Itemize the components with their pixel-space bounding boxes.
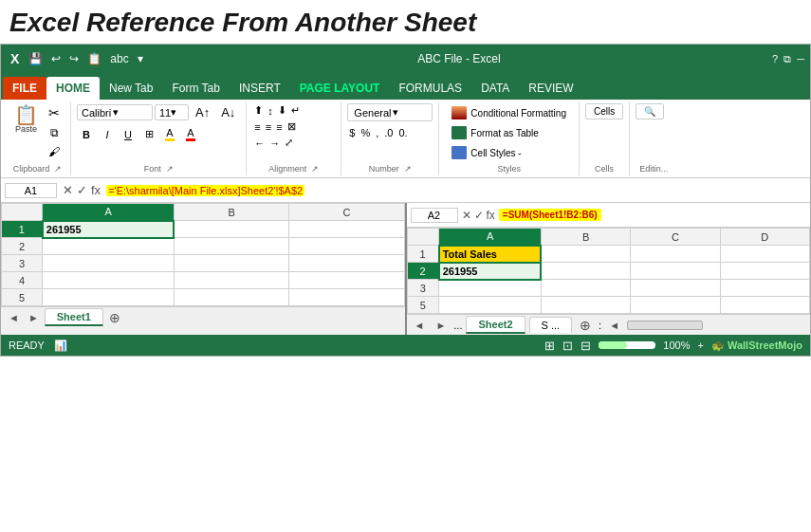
format-as-table-button[interactable]: Format as Table <box>445 123 545 142</box>
copy-button[interactable]: ⧉ <box>44 124 65 141</box>
left-col-c-header[interactable]: C <box>289 204 404 221</box>
left-col-b-header[interactable]: B <box>174 204 288 221</box>
formula-content[interactable]: ='E:\sharmila\[Main File.xlsx]Sheet2'!$A… <box>106 185 304 196</box>
sheet-s-tab[interactable]: S ... <box>529 317 573 333</box>
left-cell-a5[interactable] <box>43 289 175 306</box>
cancel-formula-button[interactable]: ✕ <box>63 183 73 197</box>
right-cell-a3[interactable] <box>439 280 542 297</box>
comma-button[interactable]: , <box>374 126 380 139</box>
left-cell-c3[interactable] <box>289 255 404 272</box>
tab-file[interactable]: FILE <box>3 77 46 100</box>
left-cell-a1[interactable]: 261955 <box>43 221 175 238</box>
quick-access[interactable]: X 💾 ↩ ↪ 📋 abc ▾ <box>7 50 146 67</box>
right-horizontal-scrollbar[interactable] <box>627 321 703 330</box>
tab-home[interactable]: HOME <box>46 77 100 100</box>
right-cell-d2[interactable] <box>720 263 809 280</box>
right-cell-a5[interactable] <box>439 297 542 314</box>
font-size-dropdown[interactable]: 11 ▾ <box>155 104 189 120</box>
left-cell-b3[interactable] <box>174 255 288 272</box>
indent-increase-button[interactable]: → <box>267 137 282 150</box>
right-cell-c3[interactable] <box>631 280 720 297</box>
window-controls[interactable]: ? ⧉ ─ <box>772 53 804 65</box>
undo-button[interactable]: ↩ <box>48 50 64 67</box>
left-cell-a4[interactable] <box>43 272 175 289</box>
align-right-button[interactable]: ≡ <box>274 120 284 134</box>
tab-data[interactable]: DATA <box>471 77 519 100</box>
tab-form[interactable]: Form Tab <box>162 77 229 100</box>
right-col-a-header[interactable]: A <box>439 229 542 246</box>
right-insert-function-button[interactable]: fx <box>487 209 495 222</box>
number-format-dropdown[interactable]: General ▾ <box>347 103 433 121</box>
font-family-dropdown[interactable]: Calibri ▾ <box>77 104 153 120</box>
increase-decimal-button[interactable]: .0 <box>382 126 395 139</box>
zoom-in-button[interactable]: + <box>697 339 703 351</box>
right-cell-b5[interactable] <box>541 297 630 314</box>
orientation-button[interactable]: ⤢ <box>283 136 295 150</box>
decrease-decimal-button[interactable]: 0. <box>397 126 410 139</box>
view-normal-button[interactable]: ⊞ <box>544 339 555 353</box>
tab-insert[interactable]: INSERT <box>230 77 290 100</box>
right-cell-c2[interactable] <box>631 263 720 280</box>
format-painter-button[interactable]: 🖌 <box>44 143 65 160</box>
left-cell-b2[interactable] <box>174 238 288 255</box>
font-color-button[interactable]: A <box>181 125 200 143</box>
right-sheet-nav-left[interactable]: ◄ <box>411 318 429 333</box>
merge-button[interactable]: ⊠ <box>286 119 298 134</box>
right-cancel-button[interactable]: ✕ <box>462 209 471 222</box>
align-middle-button[interactable]: ↕ <box>266 104 275 118</box>
minimize-button[interactable]: ─ <box>797 53 804 65</box>
left-col-a-header[interactable]: A <box>43 204 175 221</box>
underline-button[interactable]: U <box>119 127 138 142</box>
right-cell-c5[interactable] <box>631 297 720 314</box>
left-cell-a3[interactable] <box>43 255 175 272</box>
align-left-button[interactable]: ≡ <box>252 120 262 134</box>
right-cell-a2[interactable]: 261955 <box>439 263 542 280</box>
save-button[interactable]: 💾 <box>26 50 46 67</box>
left-sheet-nav-right[interactable]: ► <box>25 310 43 325</box>
tab-formulas[interactable]: FORMULAS <box>389 77 471 100</box>
right-col-c-header[interactable]: C <box>631 229 720 246</box>
bold-button[interactable]: B <box>77 127 96 142</box>
right-confirm-button[interactable]: ✓ <box>474 209 484 222</box>
tab-review[interactable]: REVIEW <box>519 77 582 100</box>
left-cell-b1[interactable] <box>174 221 288 238</box>
align-center-button[interactable]: ≡ <box>264 120 273 134</box>
wrap-text-button[interactable]: ↵ <box>289 103 302 118</box>
left-cell-b5[interactable] <box>174 289 288 306</box>
align-top-button[interactable]: ⬆ <box>252 103 265 118</box>
add-sheet-right-button[interactable]: ⊕ <box>576 316 595 335</box>
restore-button[interactable]: ⧉ <box>783 53 791 65</box>
tab-new[interactable]: New Tab <box>100 77 162 100</box>
right-sheet-nav-right[interactable]: ► <box>432 318 450 333</box>
indent-decrease-button[interactable]: ← <box>252 137 267 150</box>
cell-styles-button[interactable]: Cell Styles - <box>445 143 527 162</box>
right-cell-c1[interactable] <box>631 246 720 263</box>
italic-button[interactable]: I <box>98 127 117 142</box>
confirm-formula-button[interactable]: ✓ <box>77 183 87 197</box>
increase-font-button[interactable]: A↑ <box>191 103 214 121</box>
sheet1-tab[interactable]: Sheet1 <box>45 308 103 326</box>
left-sheet-nav-left[interactable]: ◄ <box>5 310 23 325</box>
left-cell-c5[interactable] <box>289 289 404 306</box>
right-cell-d5[interactable] <box>720 297 809 314</box>
sheet2-tab[interactable]: Sheet2 <box>466 316 525 334</box>
conditional-formatting-button[interactable]: Conditional Formatting <box>445 103 573 122</box>
left-cell-c2[interactable] <box>289 238 404 255</box>
percent-button[interactable]: % <box>359 126 372 139</box>
redo-button[interactable]: ↪ <box>66 50 82 67</box>
clipboard-button[interactable]: 📋 <box>84 50 104 67</box>
view-layout-button[interactable]: ⊡ <box>562 339 573 353</box>
cell-reference-box[interactable]: A1 <box>5 183 57 198</box>
cut-button[interactable]: ✂ <box>44 103 65 122</box>
right-cell-d3[interactable] <box>720 280 809 297</box>
left-cell-c4[interactable] <box>289 272 404 289</box>
border-button[interactable]: ⊞ <box>139 126 158 142</box>
help-button[interactable]: ? <box>772 53 778 65</box>
decrease-font-button[interactable]: A↓ <box>216 103 240 121</box>
right-cell-b3[interactable] <box>541 280 630 297</box>
cells-button[interactable]: Cells <box>585 103 623 119</box>
tab-page-layout[interactable]: PAGE LAYOUT <box>290 77 390 100</box>
paste-button[interactable]: 📋 Paste <box>10 103 42 136</box>
right-cell-ref-box[interactable]: A2 <box>411 208 458 223</box>
right-cell-d1[interactable] <box>720 246 809 263</box>
